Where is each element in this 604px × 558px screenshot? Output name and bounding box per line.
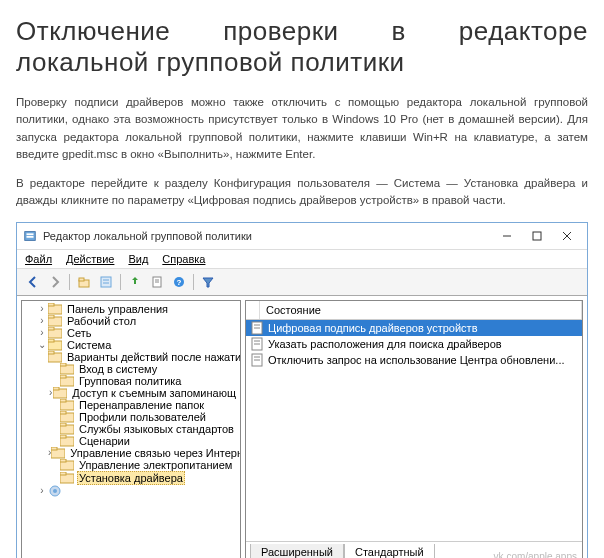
article-paragraph-2: В редакторе перейдите к разделу Конфигур… [16,175,588,210]
filter-button[interactable] [198,272,218,292]
tree-node-desktop[interactable]: ›Рабочий стол [22,315,240,327]
properties-button[interactable] [96,272,116,292]
svg-point-48 [53,489,57,493]
folder-icon [53,387,67,399]
help-button[interactable]: ? [169,272,189,292]
gpedit-window: Редактор локальной групповой политики Фа… [16,222,588,559]
column-blank[interactable] [246,301,260,319]
export-button[interactable] [125,272,145,292]
tree-label: Сценарии [77,435,132,447]
folder-icon [60,363,74,375]
tree-label: Службы языковых стандартов [77,423,236,435]
folder-icon [48,327,62,339]
svg-rect-24 [48,339,54,342]
maximize-button[interactable] [523,227,551,245]
tree-node-system[interactable]: ⌄Система [22,339,240,351]
column-state[interactable]: Состояние [260,301,582,319]
svg-rect-34 [60,399,66,402]
list-item-label: Указать расположения для поиска драйверо… [268,338,502,350]
tree-node-driver-install[interactable]: Установка драйвера [22,471,240,485]
tree-label: Вход в систему [77,363,159,375]
toolbar-separator [120,274,121,290]
svg-rect-32 [53,387,59,390]
tree-label: Сеть [65,327,93,339]
tree-node[interactable]: Профили пользователей [22,411,240,423]
list-item[interactable]: Отключить запрос на использование Центра… [246,352,582,368]
svg-rect-4 [533,232,541,240]
svg-rect-26 [48,351,54,354]
menu-view[interactable]: Вид [128,253,148,265]
close-button[interactable] [553,227,581,245]
svg-rect-22 [48,327,54,330]
folder-icon [60,399,74,411]
svg-rect-20 [48,315,54,318]
svg-rect-40 [60,435,66,438]
tree-node[interactable]: Групповая политика [22,375,240,387]
toolbar-separator [69,274,70,290]
titlebar[interactable]: Редактор локальной групповой политики [17,223,587,250]
tree-label: Установка драйвера [77,471,185,485]
tree-node[interactable]: Варианты действий после нажати [22,351,240,363]
tree-node[interactable]: Перенаправление папок [22,399,240,411]
list-body[interactable]: Цифровая подпись драйверов устройств Ука… [246,320,582,541]
back-button[interactable] [23,272,43,292]
folder-icon [60,435,74,447]
list-item-label: Отключить запрос на использование Центра… [268,354,565,366]
policy-icon [250,337,264,351]
list-item-label: Цифровая подпись драйверов устройств [268,322,478,334]
tree-label: Управление связью через Интернe [68,447,241,459]
article-heading: Отключение проверки в редакторе локально… [16,16,588,78]
tree-node[interactable]: Сценарии [22,435,240,447]
menu-help[interactable]: Справка [162,253,205,265]
tree-node-control-panel[interactable]: ›Панель управления [22,303,240,315]
folder-icon [60,375,74,387]
policy-icon [250,321,264,335]
tree-node[interactable]: Управление электропитанием [22,459,240,471]
forward-button[interactable] [45,272,65,292]
menubar: Файл Действие Вид Справка [17,250,587,269]
tree-node[interactable]: Вход в систему [22,363,240,375]
menu-action[interactable]: Действие [66,253,114,265]
toolbar-separator [193,274,194,290]
settings-icon [48,485,62,497]
list-header: Состояние [246,301,582,320]
tree-label: Управление электропитанием [77,459,234,471]
toolbar: ? [17,269,587,296]
minimize-button[interactable] [493,227,521,245]
svg-text:?: ? [177,278,182,287]
tab-extended[interactable]: Расширенный [250,544,344,559]
tree-node[interactable]: Службы языковых стандартов [22,423,240,435]
svg-rect-38 [60,423,66,426]
tree-label: Система [65,339,113,351]
policy-icon [250,353,264,367]
svg-rect-2 [27,236,34,238]
tree-node[interactable]: ›Доступ к съемным запоминающ [22,387,240,399]
window-title: Редактор локальной групповой политики [43,230,493,242]
list-item[interactable]: Цифровая подпись драйверов устройств [246,320,582,336]
tree-node[interactable]: ›Управление связью через Интернe [22,447,240,459]
svg-rect-42 [51,447,57,450]
tree-node-network[interactable]: ›Сеть [22,327,240,339]
tree-label: Рабочий стол [65,315,138,327]
tree-label: Панель управления [65,303,170,315]
folder-icon [48,351,62,363]
refresh-button[interactable] [147,272,167,292]
tab-standard[interactable]: Стандартный [344,544,435,559]
tree-label: Доступ к съемным запоминающ [70,387,238,399]
tree-label: Профили пользователей [77,411,208,423]
tree-label: Групповая политика [77,375,183,387]
folder-icon [60,411,74,423]
svg-rect-36 [60,411,66,414]
menu-file[interactable]: Файл [25,253,52,265]
folder-icon [60,472,74,484]
tree-label: Варианты действий после нажати [65,351,241,363]
up-button[interactable] [74,272,94,292]
tree-pane[interactable]: ›Панель управления ›Рабочий стол ›Сеть ⌄… [21,300,241,559]
tree-node-collapsed[interactable]: › [22,485,240,497]
list-pane: Состояние Цифровая подпись драйверов уст… [245,300,583,559]
folder-icon [48,303,62,315]
list-item[interactable]: Указать расположения для поиска драйверо… [246,336,582,352]
svg-rect-30 [60,375,66,378]
folder-icon [60,423,74,435]
tree-label: Перенаправление папок [77,399,206,411]
